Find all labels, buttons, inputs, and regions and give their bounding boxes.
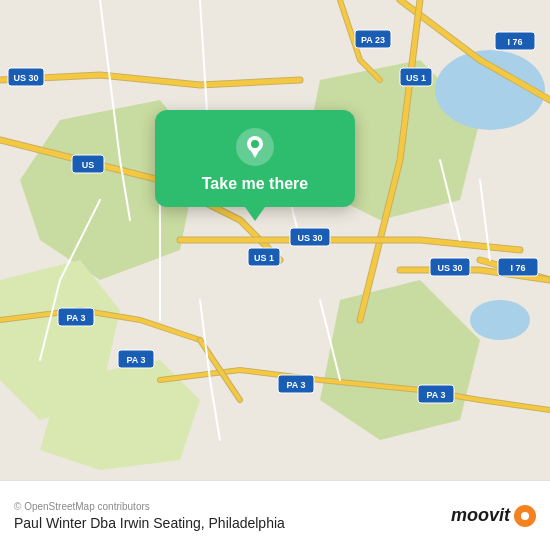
- location-popup[interactable]: Take me there: [155, 110, 355, 207]
- moovit-logo: moovit: [451, 505, 536, 527]
- svg-text:PA 3: PA 3: [126, 355, 145, 365]
- svg-point-36: [251, 140, 259, 148]
- svg-text:I 76: I 76: [507, 37, 522, 47]
- bottom-info: © OpenStreetMap contributors Paul Winter…: [14, 501, 285, 531]
- svg-point-7: [470, 300, 530, 340]
- popup-label: Take me there: [202, 174, 308, 193]
- svg-text:PA 3: PA 3: [426, 390, 445, 400]
- svg-text:PA 3: PA 3: [286, 380, 305, 390]
- bottom-bar: © OpenStreetMap contributors Paul Winter…: [0, 480, 550, 550]
- svg-text:US 30: US 30: [437, 263, 462, 273]
- svg-text:US 30: US 30: [13, 73, 38, 83]
- svg-text:I 76: I 76: [510, 263, 525, 273]
- svg-text:US 1: US 1: [406, 73, 426, 83]
- svg-text:PA 3: PA 3: [66, 313, 85, 323]
- copyright-text: © OpenStreetMap contributors: [14, 501, 285, 512]
- location-name: Paul Winter Dba Irwin Seating, Philadelp…: [14, 515, 285, 531]
- moovit-brand-text: moovit: [451, 505, 510, 526]
- svg-text:US 1: US 1: [254, 253, 274, 263]
- location-pin-icon: [236, 128, 274, 166]
- svg-text:PA 23: PA 23: [361, 35, 385, 45]
- moovit-dot-icon: [514, 505, 536, 527]
- svg-text:US 30: US 30: [297, 233, 322, 243]
- map-container: I 76 US 30 PA 23 US 1 US US 1 US 30 US 3…: [0, 0, 550, 480]
- svg-text:US: US: [82, 160, 95, 170]
